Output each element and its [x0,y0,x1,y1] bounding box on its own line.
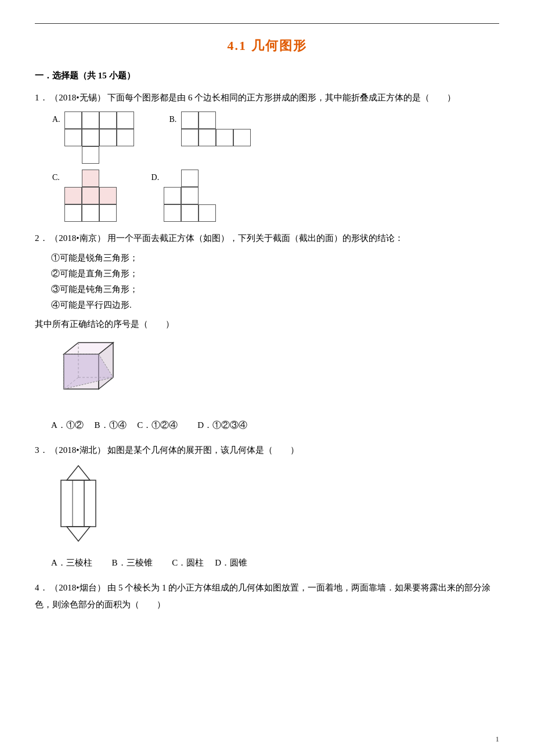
cell [199,111,216,129]
fig-b-row1 [181,111,251,129]
cell [64,129,82,146]
q1-number: 1． [35,93,48,102]
q4-number: 4． [35,583,48,592]
q3-opt-d: D．圆锥 [215,558,247,567]
section-title: 一．选择题（共 15 小题） [35,68,499,84]
fig-c-container: C. [52,170,117,222]
q2-opt-d: D．①②③④ [197,420,247,430]
fig-a-container: A. [52,111,134,164]
q2-source: （2018•南京） [50,233,105,243]
q2-item4: ④可能是平行四边形. [51,297,499,313]
svg-marker-10 [67,466,90,480]
cell [181,111,199,129]
fig-a-row1 [64,111,134,129]
cell [99,204,117,222]
q3-net-svg [46,463,116,544]
cell [82,187,99,204]
q2-opt-a: A．①② [51,420,92,430]
q3-source: （2018•湖北） [50,445,105,455]
cell [64,204,82,222]
q2-cube-figure [46,337,499,412]
q2-text: 2． （2018•南京） 用一个平面去截正方体（如图），下列关于截面（截出的面）… [35,230,499,247]
cell [216,129,233,146]
q2-sub-items: ①可能是锐角三角形； ②可能是直角三角形； ③可能是钝角三角形； ④可能是平行四… [51,250,499,313]
cell [117,111,134,129]
q1-body: 下面每个图形都是由 6 个边长相同的正方形拼成的图形，其中能折叠成正方体的是（ … [107,93,456,102]
q2-item3: ③可能是钝角三角形； [51,282,499,297]
fig-b-container: B. [169,111,251,146]
cell [233,129,251,146]
top-divider [35,23,499,24]
q3-text: 3． （2018•湖北） 如图是某个几何体的展开图，该几何体是（ ） [35,442,499,459]
svg-marker-11 [67,527,90,541]
cell [82,129,99,146]
cube-svg [46,337,122,406]
question-4: 4． （2018•烟台） 由 5 个棱长为 1 的小正方体组成的几何体如图放置，… [35,579,499,613]
q4-text: 4． （2018•烟台） 由 5 个棱长为 1 的小正方体组成的几何体如图放置，… [35,579,499,613]
q3-opt-c: C．圆柱 [172,558,212,567]
q2-conclusion: 其中所有正确结论的序号是（ ） [35,316,499,332]
cell [181,187,199,204]
fig-d-row0 [164,170,216,187]
q3-options: A．三棱柱 B．三棱锥 C．圆柱 D．圆锥 [51,554,499,571]
page-title: 4.1 几何图形 [35,34,499,57]
question-2: 2． （2018•南京） 用一个平面去截正方体（如图），下列关于截面（截出的面）… [35,230,499,434]
page-number: 1 [496,732,500,746]
cell [82,170,99,187]
fig-c-row0 [64,170,117,187]
q2-number: 2． [35,233,48,243]
cell [64,111,82,129]
cell [82,146,99,164]
fig-a-row2 [64,129,134,146]
question-3: 3． （2018•湖北） 如图是某个几何体的展开图，该几何体是（ ） A．三棱柱… [35,442,499,572]
fig-a-row3 [64,146,134,164]
cell [181,129,199,146]
cell [164,204,181,222]
fig-b-row2 [181,129,251,146]
fig-d-label: D. [151,173,160,182]
q3-opt-b: B．三棱锥 [112,558,170,567]
cell [181,204,199,222]
q4-source: （2018•烟台） [50,583,105,592]
cell [82,111,99,129]
q3-opt-a: A．三棱柱 [51,558,110,567]
q3-body: 如图是某个几何体的展开图，该几何体是（ ） [107,445,299,455]
cell [99,111,117,129]
cell [164,187,181,204]
cell [199,129,216,146]
fig-d-row2 [164,204,216,222]
question-1: 1． （2018•无锡） 下面每个图形都是由 6 个边长相同的正方形拼成的图形，… [35,89,499,222]
q2-body: 用一个平面去截正方体（如图），下列关于截面（截出的面）的形状的结论： [107,233,403,243]
q2-opt-c: C．①②④ [137,420,195,430]
q1-text: 1． （2018•无锡） 下面每个图形都是由 6 个边长相同的正方形拼成的图形，… [35,89,499,106]
fig-d-container: D. [151,170,216,222]
svg-rect-7 [61,480,96,527]
fig-c-row2 [64,204,117,222]
q3-number: 3． [35,445,48,455]
cell [64,187,82,204]
fig-d-row1 [164,187,216,204]
fig-b-label: B. [169,115,176,124]
cell [117,129,134,146]
q1-figures: A. [52,111,499,164]
cell [99,187,117,204]
q3-net-figure [46,463,499,549]
fig-a-label: A. [52,115,60,124]
cell [82,204,99,222]
fig-c-row1 [64,187,117,204]
q2-item1: ①可能是锐角三角形； [51,250,499,266]
q2-opt-b: B．①④ [95,420,135,430]
fig-c-label: C. [52,173,60,182]
q2-item2: ②可能是直角三角形； [51,266,499,282]
cell [199,204,216,222]
q1-figures-cd: C. [52,170,499,222]
q2-options: A．①② B．①④ C．①②④ D．①②③④ [51,416,499,434]
cell [181,170,199,187]
q1-source: （2018•无锡） [50,93,105,102]
cell [99,129,117,146]
